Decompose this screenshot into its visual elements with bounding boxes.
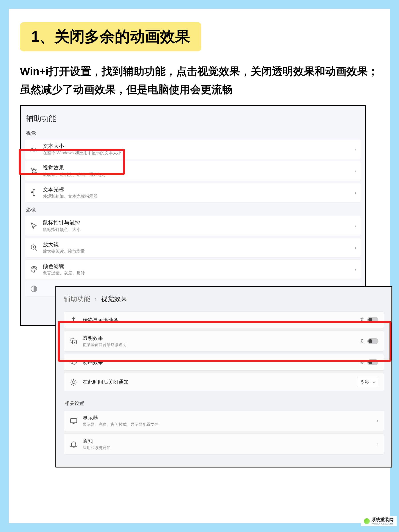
toggle-switch[interactable]: [367, 317, 378, 323]
watermark-logo-icon: [364, 518, 370, 524]
notifications-icon: [69, 440, 78, 449]
toggle-switch[interactable]: [367, 338, 378, 344]
chevron-right-icon: ›: [355, 245, 356, 250]
section-media-label: 影像: [26, 207, 360, 213]
row-desc: 外观和粗细、文本光标指示器: [43, 194, 355, 199]
row-title: 视觉效果: [43, 164, 355, 171]
page-title: 1、关闭多余的动画效果: [20, 22, 201, 51]
row-desc: 在整个 Windows 和应用中显示的文本大小: [43, 150, 355, 156]
toggle-switch[interactable]: [367, 359, 378, 365]
watermark-name: 系统重装网: [372, 517, 394, 522]
row-desc: 使某些窗口背景略微透明: [83, 342, 360, 347]
row-title: 始终显示滚动条: [83, 317, 360, 323]
row-title: 颜色滤镜: [43, 263, 355, 270]
row-color-filters[interactable]: 颜色滤镜 色盲滤镜、灰度、反转 ›: [25, 259, 361, 279]
text-size-icon: [30, 145, 38, 154]
visual-effects-panel: 辅助功能 › 视觉效果 始终显示滚动条 关 透明效果: [55, 286, 392, 468]
svg-point-3: [32, 268, 33, 269]
row-mouse-pointer[interactable]: 鼠标指针与触控 鼠标指针颜色、大小 ›: [25, 216, 361, 236]
contrast-icon: [30, 284, 38, 293]
row-desc: 色盲滤镜、灰度、反转: [43, 270, 355, 276]
row-display[interactable]: 显示器 显示器、亮度、夜间模式、显示器配置文件 ›: [64, 410, 384, 431]
visual-effects-icon: [30, 166, 38, 175]
svg-rect-11: [70, 418, 77, 423]
related-settings-label: 相关设置: [65, 400, 383, 407]
intro-text: Win+i打开设置，找到辅助功能，点击视觉效果，关闭透明效果和动画效果；虽然减少…: [20, 62, 379, 98]
row-title: 放大镜: [43, 241, 355, 248]
watermark-url: www.xtczz.com: [372, 522, 394, 525]
toggle-state: 关: [360, 338, 364, 344]
row-desc: 滚动条、透明度、动画、通知超时: [43, 172, 355, 177]
svg-point-4: [33, 267, 34, 268]
row-magnifier[interactable]: 放大镜 放大镜阅读、缩放增量 ›: [25, 238, 361, 258]
svg-point-5: [35, 268, 36, 269]
display-icon: [69, 417, 78, 425]
panel1-title: 辅助功能: [26, 114, 360, 124]
screenshots-container: 辅助功能 视觉 文本大小 在整个 Windows 和应用中显示的文本大小 › 视…: [20, 105, 379, 488]
animation-icon: [69, 358, 78, 367]
watermark: 系统重装网 www.xtczz.com: [361, 516, 397, 526]
row-visual-effects[interactable]: 视觉效果 滚动条、透明度、动画、通知超时 ›: [25, 161, 361, 181]
row-title: 通知: [83, 438, 377, 445]
row-title: 动画效果: [83, 359, 360, 366]
toggle-state: 关: [360, 359, 364, 365]
timeout-dropdown[interactable]: 5 秒: [357, 377, 378, 387]
breadcrumb-leaf: 视觉效果: [101, 295, 127, 302]
row-notifications[interactable]: 通知 应用和系统通知 ›: [64, 434, 384, 455]
row-title: 文本大小: [43, 143, 355, 150]
row-title: 显示器: [83, 415, 377, 421]
row-title: 文本光标: [43, 186, 355, 193]
section-vision-label: 视觉: [26, 130, 360, 137]
svg-rect-8: [72, 340, 76, 344]
row-desc: 显示器、亮度、夜间模式、显示器配置文件: [83, 422, 377, 427]
row-desc: 应用和系统通知: [83, 445, 377, 450]
row-animation-effects[interactable]: 动画效果 关: [64, 354, 384, 371]
transparency-icon: [69, 337, 78, 345]
row-desc: 鼠标指针颜色、大小: [43, 227, 355, 233]
text-cursor-icon: [30, 188, 38, 197]
chevron-right-icon: ›: [355, 168, 356, 174]
magnifier-icon: [30, 243, 38, 252]
chevron-right-icon: ›: [377, 418, 378, 423]
row-title: 透明效果: [83, 335, 360, 342]
chevron-right-icon: ›: [377, 442, 378, 447]
breadcrumb-root[interactable]: 辅助功能: [64, 295, 90, 302]
brightness-icon: [69, 378, 78, 386]
row-always-show-scrollbars[interactable]: 始终显示滚动条 关: [64, 311, 384, 328]
row-text-size[interactable]: 文本大小 在整个 Windows 和应用中显示的文本大小 ›: [25, 139, 361, 159]
row-desc: 放大镜阅读、缩放增量: [43, 248, 355, 254]
mouse-pointer-icon: [30, 222, 38, 230]
chevron-right-icon: ›: [355, 147, 356, 152]
chevron-right-icon: ›: [355, 190, 356, 195]
chevron-right-icon: ›: [355, 267, 356, 272]
row-title: 鼠标指针与触控: [43, 219, 355, 226]
svg-point-9: [72, 360, 76, 364]
svg-point-1: [36, 173, 37, 174]
svg-point-10: [72, 381, 75, 383]
color-filters-icon: [30, 265, 38, 274]
row-text-cursor[interactable]: 文本光标 外观和粗细、文本光标指示器 ›: [25, 183, 361, 203]
toggle-state: 关: [360, 317, 364, 323]
breadcrumb: 辅助功能 › 视觉效果: [64, 294, 384, 304]
breadcrumb-separator-icon: ›: [95, 295, 97, 302]
row-notification-timeout[interactable]: 在此时间后关闭通知 5 秒: [64, 373, 384, 391]
row-transparency-effects[interactable]: 透明效果 使某些窗口背景略微透明 关: [64, 330, 384, 352]
chevron-right-icon: ›: [355, 223, 356, 228]
svg-point-0: [31, 168, 32, 169]
scrollbar-icon: [69, 316, 78, 324]
row-title: 在此时间后关闭通知: [83, 379, 357, 386]
